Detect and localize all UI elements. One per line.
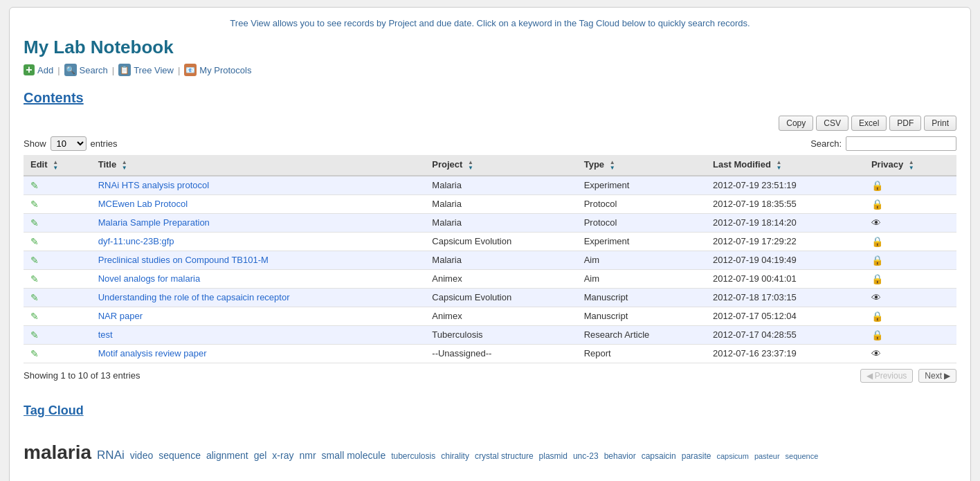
tag-item[interactable]: video	[130, 446, 153, 465]
next-label: Next	[925, 371, 942, 381]
tag-item[interactable]: tuberculosis	[391, 448, 435, 464]
privacy-cell: 🔒	[864, 307, 956, 325]
print-button[interactable]: Print	[924, 116, 956, 131]
table-row: ✎ Malaria Sample Preparation Malaria Pro…	[24, 213, 956, 232]
edit-pencil-icon[interactable]: ✎	[30, 311, 39, 322]
edit-pencil-icon[interactable]: ✎	[30, 329, 39, 341]
toolbar: Add | Search | Tree View | My Protocols	[24, 64, 956, 76]
edit-cell: ✎	[24, 307, 91, 325]
project-cell: Tuberculosis	[425, 325, 577, 344]
tag-item[interactable]: RNAi	[97, 444, 125, 467]
tag-item[interactable]: nmr	[299, 446, 316, 465]
title-cell: Understanding the role of the capsaicin …	[91, 288, 426, 307]
tag-item[interactable]: gel	[254, 446, 267, 465]
data-table: Edit ▲ ▼ Title ▲ ▼ Proje	[24, 155, 956, 363]
record-title-link[interactable]: Malaria Sample Preparation	[98, 217, 210, 228]
edit-cell: ✎	[24, 213, 91, 232]
search-input[interactable]	[846, 136, 956, 151]
edit-pencil-icon[interactable]: ✎	[30, 180, 39, 191]
lock-icon: 🔒	[871, 180, 883, 191]
eye-icon: 👁	[871, 348, 881, 359]
record-title-link[interactable]: dyf-11:unc-23B:gfp	[98, 236, 174, 246]
last-modified-cell: 2012-07-19 18:14:20	[706, 213, 864, 232]
last-modified-cell: 2012-07-19 00:41:01	[706, 269, 864, 288]
privacy-cell: 🔒	[864, 176, 956, 195]
search-link[interactable]: Search	[64, 64, 108, 76]
table-row: ✎ MCEwen Lab Protocol Malaria Protocol 2…	[24, 194, 956, 213]
col-title[interactable]: Title ▲ ▼	[91, 155, 426, 176]
col-project[interactable]: Project ▲ ▼	[425, 155, 577, 176]
tag-item[interactable]: malaria	[24, 433, 91, 472]
showing-text: Showing 1 to 10 of 13 entries	[24, 370, 140, 381]
privacy-cell: 👁	[864, 213, 956, 232]
record-title-link[interactable]: Understanding the role of the capsaicin …	[98, 292, 290, 302]
csv-button[interactable]: CSV	[816, 116, 849, 131]
tag-item[interactable]: alignment	[206, 446, 248, 465]
next-button[interactable]: Next ▶	[918, 369, 956, 383]
tag-item[interactable]: crystal structure	[475, 448, 534, 464]
edit-pencil-icon[interactable]: ✎	[30, 292, 39, 303]
table-body: ✎ RNAi HTS analysis protocol Malaria Exp…	[24, 176, 956, 363]
edit-cell: ✎	[24, 269, 91, 288]
record-title-link[interactable]: Preclinical studies on Compound TB101-M	[98, 255, 269, 265]
lock-icon: 🔒	[871, 329, 883, 341]
record-title-link[interactable]: Novel analogs for malaria	[98, 273, 200, 284]
pdf-button[interactable]: PDF	[889, 116, 921, 131]
tag-item[interactable]: sequence	[786, 448, 819, 464]
previous-button[interactable]: ◀ Previous	[860, 369, 914, 383]
tag-item[interactable]: x-ray	[272, 446, 293, 465]
tag-item[interactable]: sequence	[158, 446, 201, 465]
edit-pencil-icon[interactable]: ✎	[30, 348, 39, 359]
tree-view-link[interactable]: Tree View	[118, 64, 174, 76]
excel-button[interactable]: Excel	[851, 116, 887, 131]
search-label: Search:	[810, 138, 842, 149]
project-cell: Malaria	[425, 194, 577, 213]
edit-pencil-icon[interactable]: ✎	[30, 217, 39, 228]
title-cell: MCEwen Lab Protocol	[91, 194, 426, 213]
tag-item[interactable]: parasite	[682, 448, 711, 464]
col-type[interactable]: Type ▲ ▼	[577, 155, 706, 176]
edit-cell: ✎	[24, 232, 91, 251]
table-header-row: Edit ▲ ▼ Title ▲ ▼ Proje	[24, 155, 956, 176]
edit-cell: ✎	[24, 251, 91, 269]
edit-pencil-icon[interactable]: ✎	[30, 236, 39, 247]
tag-item[interactable]: chirality	[441, 448, 469, 464]
table-row: ✎ Understanding the role of the capsaici…	[24, 288, 956, 307]
type-cell: Manuscript	[577, 288, 706, 307]
edit-pencil-icon[interactable]: ✎	[30, 255, 39, 266]
col-last-modified[interactable]: Last Modified ▲ ▼	[706, 155, 864, 176]
contents-title[interactable]: Contents	[24, 90, 956, 106]
top-notice: Tree View allows you to see records by P…	[24, 18, 956, 28]
privacy-cell: 🔒	[864, 269, 956, 288]
tag-cloud-title[interactable]: Tag Cloud	[24, 403, 956, 418]
last-modified-cell: 2012-07-19 23:51:19	[706, 176, 864, 195]
edit-pencil-icon[interactable]: ✎	[30, 199, 39, 210]
search-nav-icon	[64, 64, 77, 76]
col-privacy[interactable]: Privacy ▲ ▼	[864, 155, 956, 176]
protocols-link[interactable]: My Protocols	[184, 64, 251, 76]
type-cell: Research Article	[577, 325, 706, 344]
tag-item[interactable]: small molecule	[322, 446, 386, 465]
record-title-link[interactable]: test	[98, 329, 113, 340]
tag-item[interactable]: capsicum	[716, 448, 748, 464]
title-sort-arrows: ▲ ▼	[122, 160, 127, 171]
tag-item[interactable]: capsaicin	[642, 448, 676, 464]
add-link[interactable]: Add	[24, 64, 53, 75]
col-edit[interactable]: Edit ▲ ▼	[24, 155, 91, 176]
show-entries: Show 10 25 50 100 entries	[24, 136, 118, 151]
tag-item[interactable]: plasmid	[539, 448, 568, 464]
edit-cell: ✎	[24, 344, 91, 363]
entries-select[interactable]: 10 25 50 100	[51, 136, 87, 151]
title-cell: NAR paper	[91, 307, 426, 325]
edit-pencil-icon[interactable]: ✎	[30, 273, 39, 284]
tag-cloud-content: malariaRNAivideosequencealignmentgelx-ra…	[24, 426, 956, 479]
record-title-link[interactable]: MCEwen Lab Protocol	[98, 199, 188, 209]
tag-item[interactable]: unc-23	[573, 448, 599, 464]
copy-button[interactable]: Copy	[779, 116, 813, 131]
tag-item[interactable]: behavior	[604, 448, 636, 464]
record-title-link[interactable]: RNAi HTS analysis protocol	[98, 180, 209, 190]
record-title-link[interactable]: Motif analysis review paper	[98, 348, 207, 359]
lock-icon: 🔒	[871, 311, 883, 322]
record-title-link[interactable]: NAR paper	[98, 311, 143, 321]
tag-item[interactable]: pasteur	[754, 448, 780, 464]
